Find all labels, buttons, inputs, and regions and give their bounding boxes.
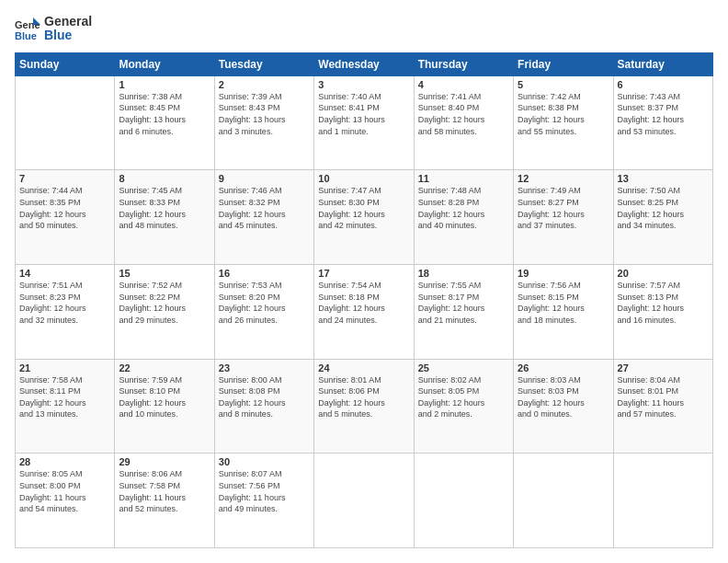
day-number: 2 [219,79,310,90]
calendar-header-row: SundayMondayTuesdayWednesdayThursdayFrid… [16,52,713,75]
day-number: 6 [618,79,709,90]
day-number: 17 [318,268,409,279]
day-info: Sunrise: 7:44 AM Sunset: 8:35 PM Dayligh… [19,185,110,231]
day-number: 13 [618,173,709,184]
day-number: 24 [318,362,409,373]
day-number: 7 [19,173,110,184]
calendar-cell: 3Sunrise: 7:40 AM Sunset: 8:41 PM Daylig… [314,75,414,170]
day-info: Sunrise: 8:05 AM Sunset: 8:00 PM Dayligh… [19,468,110,514]
day-number: 25 [418,362,509,373]
day-number: 8 [119,173,210,184]
day-info: Sunrise: 7:57 AM Sunset: 8:13 PM Dayligh… [618,280,709,326]
day-info: Sunrise: 7:48 AM Sunset: 8:28 PM Dayligh… [418,185,509,231]
calendar-header-wednesday: Wednesday [314,52,414,75]
day-number: 27 [618,362,709,373]
calendar-cell [16,75,115,170]
day-number: 30 [219,456,310,467]
logo-general: General [44,15,92,29]
calendar-week-1: 1Sunrise: 7:38 AM Sunset: 8:45 PM Daylig… [16,75,713,170]
day-info: Sunrise: 7:39 AM Sunset: 8:43 PM Dayligh… [219,91,310,137]
svg-text:Blue: Blue [15,30,37,41]
day-info: Sunrise: 8:03 AM Sunset: 8:03 PM Dayligh… [518,374,609,420]
calendar-cell: 12Sunrise: 7:49 AM Sunset: 8:27 PM Dayli… [514,170,613,265]
calendar-cell: 22Sunrise: 7:59 AM Sunset: 8:10 PM Dayli… [115,359,214,454]
calendar-cell: 5Sunrise: 7:42 AM Sunset: 8:38 PM Daylig… [514,75,613,170]
day-number: 14 [19,268,110,279]
page: General Blue General Blue SundayMondayTu… [0,0,728,563]
calendar-cell: 8Sunrise: 7:45 AM Sunset: 8:33 PM Daylig… [115,170,214,265]
calendar-cell: 29Sunrise: 8:06 AM Sunset: 7:58 PM Dayli… [115,454,214,548]
calendar-week-3: 14Sunrise: 7:51 AM Sunset: 8:23 PM Dayli… [16,265,713,360]
day-info: Sunrise: 7:41 AM Sunset: 8:40 PM Dayligh… [418,91,509,137]
day-info: Sunrise: 7:42 AM Sunset: 8:38 PM Dayligh… [518,91,609,137]
calendar-cell [514,454,613,548]
calendar-cell: 23Sunrise: 8:00 AM Sunset: 8:08 PM Dayli… [214,359,313,454]
day-info: Sunrise: 7:45 AM Sunset: 8:33 PM Dayligh… [119,185,210,231]
calendar-cell: 15Sunrise: 7:52 AM Sunset: 8:22 PM Dayli… [115,265,214,360]
day-number: 29 [119,456,210,467]
calendar-week-4: 21Sunrise: 7:58 AM Sunset: 8:11 PM Dayli… [16,359,713,454]
day-info: Sunrise: 7:47 AM Sunset: 8:30 PM Dayligh… [318,185,409,231]
logo-icon: General Blue [15,16,40,41]
day-number: 10 [318,173,409,184]
calendar-header-monday: Monday [115,52,214,75]
calendar-cell: 20Sunrise: 7:57 AM Sunset: 8:13 PM Dayli… [613,265,712,360]
calendar-cell: 21Sunrise: 7:58 AM Sunset: 8:11 PM Dayli… [16,359,115,454]
day-info: Sunrise: 8:01 AM Sunset: 8:06 PM Dayligh… [318,374,409,420]
day-info: Sunrise: 7:58 AM Sunset: 8:11 PM Dayligh… [19,374,110,420]
calendar-week-5: 28Sunrise: 8:05 AM Sunset: 8:00 PM Dayli… [16,454,713,548]
day-info: Sunrise: 7:52 AM Sunset: 8:22 PM Dayligh… [119,280,210,326]
calendar-header-saturday: Saturday [613,52,712,75]
calendar-cell: 10Sunrise: 7:47 AM Sunset: 8:30 PM Dayli… [314,170,414,265]
day-info: Sunrise: 8:04 AM Sunset: 8:01 PM Dayligh… [618,374,709,420]
calendar-cell: 27Sunrise: 8:04 AM Sunset: 8:01 PM Dayli… [613,359,712,454]
day-info: Sunrise: 7:56 AM Sunset: 8:15 PM Dayligh… [518,280,609,326]
day-number: 19 [518,268,609,279]
day-number: 1 [119,79,210,90]
calendar-cell: 25Sunrise: 8:02 AM Sunset: 8:05 PM Dayli… [414,359,513,454]
calendar-cell [314,454,414,548]
day-info: Sunrise: 7:55 AM Sunset: 8:17 PM Dayligh… [418,280,509,326]
calendar-cell: 24Sunrise: 8:01 AM Sunset: 8:06 PM Dayli… [314,359,414,454]
calendar-header-tuesday: Tuesday [214,52,313,75]
day-info: Sunrise: 7:43 AM Sunset: 8:37 PM Dayligh… [618,91,709,137]
calendar-cell: 14Sunrise: 7:51 AM Sunset: 8:23 PM Dayli… [16,265,115,360]
calendar-cell: 11Sunrise: 7:48 AM Sunset: 8:28 PM Dayli… [414,170,513,265]
day-number: 16 [219,268,310,279]
day-info: Sunrise: 7:51 AM Sunset: 8:23 PM Dayligh… [19,280,110,326]
day-info: Sunrise: 8:02 AM Sunset: 8:05 PM Dayligh… [418,374,509,420]
calendar-table: SundayMondayTuesdayWednesdayThursdayFrid… [15,52,713,548]
day-number: 21 [19,362,110,373]
calendar-cell: 2Sunrise: 7:39 AM Sunset: 8:43 PM Daylig… [214,75,313,170]
day-number: 15 [119,268,210,279]
day-info: Sunrise: 7:46 AM Sunset: 8:32 PM Dayligh… [219,185,310,231]
logo: General Blue General Blue [15,15,92,43]
day-info: Sunrise: 7:38 AM Sunset: 8:45 PM Dayligh… [119,91,210,137]
header: General Blue General Blue [15,15,713,43]
calendar-cell: 1Sunrise: 7:38 AM Sunset: 8:45 PM Daylig… [115,75,214,170]
day-number: 23 [219,362,310,373]
calendar-cell: 17Sunrise: 7:54 AM Sunset: 8:18 PM Dayli… [314,265,414,360]
calendar-cell: 16Sunrise: 7:53 AM Sunset: 8:20 PM Dayli… [214,265,313,360]
day-number: 22 [119,362,210,373]
day-number: 26 [518,362,609,373]
day-number: 11 [418,173,509,184]
calendar-cell: 28Sunrise: 8:05 AM Sunset: 8:00 PM Dayli… [16,454,115,548]
calendar-header-sunday: Sunday [16,52,115,75]
day-number: 4 [418,79,509,90]
calendar-cell: 19Sunrise: 7:56 AM Sunset: 8:15 PM Dayli… [514,265,613,360]
day-info: Sunrise: 7:49 AM Sunset: 8:27 PM Dayligh… [518,185,609,231]
day-info: Sunrise: 7:40 AM Sunset: 8:41 PM Dayligh… [318,91,409,137]
day-info: Sunrise: 8:06 AM Sunset: 7:58 PM Dayligh… [119,468,210,514]
day-info: Sunrise: 7:53 AM Sunset: 8:20 PM Dayligh… [219,280,310,326]
day-number: 5 [518,79,609,90]
day-number: 9 [219,173,310,184]
day-info: Sunrise: 8:07 AM Sunset: 7:56 PM Dayligh… [219,468,310,514]
logo-blue: Blue [44,29,92,42]
calendar-cell: 4Sunrise: 7:41 AM Sunset: 8:40 PM Daylig… [414,75,513,170]
day-number: 20 [618,268,709,279]
calendar-header-friday: Friday [514,52,613,75]
day-info: Sunrise: 8:00 AM Sunset: 8:08 PM Dayligh… [219,374,310,420]
calendar-cell: 26Sunrise: 8:03 AM Sunset: 8:03 PM Dayli… [514,359,613,454]
calendar-cell: 13Sunrise: 7:50 AM Sunset: 8:25 PM Dayli… [613,170,712,265]
